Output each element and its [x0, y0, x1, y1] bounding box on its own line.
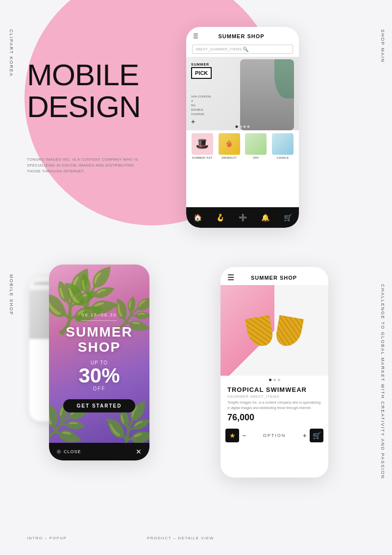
hat-icon: 🎩 — [192, 133, 213, 155]
popup-close-bar: CLOSE ✕ — [49, 443, 149, 460]
coupon-text: 10% COUPONX5%DOUBLECOUPON — [191, 95, 211, 117]
nav-hanger-icon[interactable]: 🪝 — [216, 214, 224, 221]
product-price: 76,000 — [227, 412, 321, 423]
bottom-nav: 🏠 🪝 ➕ 🔔 🛒 — [186, 207, 299, 228]
detail-shop-title: SUMMER SHOP — [251, 275, 297, 281]
headline-line2: DESIGN — [27, 91, 141, 122]
challenge-label: CHALLENGE TO GLOBAL MARKET WITH CREATIVI… — [380, 284, 385, 479]
option-label: OPTION — [249, 433, 300, 438]
cat-thumb-hat: 🎩 — [192, 133, 213, 155]
detail-hamburger-icon[interactable]: ☰ — [227, 273, 234, 282]
product-dot-1[interactable] — [269, 379, 271, 381]
swimwear-visual — [238, 292, 311, 371]
detail-header: ☰ SUMMER SHOP — [220, 267, 328, 285]
categories: 🎩 SUMMER HAT 👙 SWIMSUIT SPA CANDLE — [186, 130, 299, 162]
category-spa[interactable]: SPA — [244, 133, 269, 159]
shop-title: SUMMER SHOP — [218, 33, 264, 39]
category-candle[interactable]: CANDLE — [270, 133, 295, 159]
carousel-dots — [236, 125, 250, 128]
cat-label-spa: SPA — [253, 156, 259, 159]
close-dot — [57, 450, 61, 454]
popup-title-line2: SHOP — [78, 339, 121, 355]
product-hero — [220, 285, 328, 376]
popup-off: OFF — [93, 386, 106, 391]
summer-pick-box: SUMMER PICK — [191, 63, 212, 79]
close-label[interactable]: CLOSE — [64, 449, 81, 454]
headline-line1: MOBILE — [27, 59, 141, 91]
hero-banner: SUMMER PICK 10% COUPONX5%DOUBLECOUPON + — [186, 57, 299, 130]
cat-label-swimsuit: SWIMSUIT — [221, 156, 237, 159]
bottom-label-product: PRODUCT – DETAILE VIEW — [147, 536, 214, 540]
cat-thumb-swimsuit: 👙 — [219, 133, 240, 155]
swimsuit-icon: 👙 — [219, 133, 240, 155]
popup-title: SUMMER SHOP — [66, 325, 132, 355]
nav-home-icon[interactable]: 🏠 — [194, 214, 202, 221]
popup-date: 06.15–06.30 — [81, 313, 117, 321]
dot-4[interactable] — [247, 125, 250, 128]
category-hat[interactable]: 🎩 SUMMER HAT — [190, 133, 215, 159]
minus-button[interactable]: − — [242, 432, 246, 439]
plus-button[interactable]: + — [303, 432, 307, 439]
get-started-button[interactable]: GET STARTED — [63, 399, 136, 412]
phone-popup: 🌿 🌿 🌿 🌿 🌿 06.15–06.30 SUMMER SHOP UP TO … — [49, 265, 149, 460]
product-name: TROPICAL SWIMWEAR — [227, 386, 321, 393]
product-dot-2[interactable] — [273, 379, 276, 381]
nav-cart-icon[interactable]: 🛒 — [284, 214, 292, 221]
product-dot-3[interactable] — [278, 379, 280, 381]
dot-3[interactable] — [244, 125, 246, 128]
cat-thumb-spa — [245, 133, 267, 155]
add-to-cart-button[interactable]: 🛒 — [310, 429, 323, 442]
description-text: TONGRO IMAGES INC. IS A CONTENT COMPANY … — [27, 157, 140, 174]
product-actions: ★ − OPTION + 🛒 — [220, 427, 328, 444]
candle-icon — [272, 133, 294, 155]
search-placeholder: #BEST_SUMMER_ITEMS — [196, 47, 243, 51]
product-dots — [220, 376, 328, 384]
popup-content: 🌿 🌿 🌿 🌿 🌿 06.15–06.30 SUMMER SHOP UP TO … — [49, 265, 149, 460]
product-info: TROPICAL SWIMWEAR #SUMMER #BEST_ITEMS To… — [220, 384, 328, 427]
dot-1[interactable] — [236, 125, 238, 128]
category-swimsuit[interactable]: 👙 SWIMSUIT — [217, 133, 242, 159]
wishlist-button[interactable]: ★ — [225, 429, 239, 442]
close-x-icon[interactable]: ✕ — [136, 448, 142, 456]
phone-main: ☰ SUMMER SHOP #BEST_SUMMER_ITEMS 🔍 SUMME… — [186, 27, 299, 228]
hamburger-icon[interactable]: ☰ — [193, 33, 198, 40]
pick-box: PICK — [191, 67, 212, 79]
nav-plus-icon[interactable]: ➕ — [239, 214, 247, 221]
dot-2[interactable] — [240, 125, 242, 128]
mobile-shop-label: MOBILE SHOP — [9, 274, 14, 315]
clipart-label: CLIPART KOREA — [9, 29, 14, 77]
bikini-shape — [243, 302, 306, 361]
product-description: TongRo Images Inc. is a content company … — [227, 400, 321, 410]
shop-main-label: SHOP MAIN — [380, 29, 385, 63]
phone-detail: ☰ SUMMER SHOP TROPICAL SWIMWEAR #SUMMER … — [220, 267, 328, 478]
nav-bell-icon[interactable]: 🔔 — [261, 214, 270, 221]
search-bar[interactable]: #BEST_SUMMER_ITEMS 🔍 — [192, 45, 293, 54]
popup-title-line1: SUMMER — [66, 324, 132, 339]
bottom-label-intro: INTRO – POPUP — [27, 536, 67, 540]
main-headline: MOBILE DESIGN — [27, 59, 141, 122]
phone-main-header: ☰ SUMMER SHOP — [186, 27, 299, 43]
plus-sign: + — [191, 118, 195, 125]
search-icon[interactable]: 🔍 — [243, 47, 290, 52]
product-hashtag: #SUMMER #BEST_ITEMS — [227, 394, 321, 399]
cat-label-hat: SUMMER HAT — [192, 156, 213, 159]
spa-icon — [245, 133, 267, 155]
person-image — [240, 59, 294, 130]
popup-discount: 30% — [78, 365, 120, 386]
summer-text: SUMMER — [191, 63, 212, 66]
cat-label-candle: CANDLE — [276, 156, 289, 159]
cat-thumb-candle — [272, 133, 294, 155]
